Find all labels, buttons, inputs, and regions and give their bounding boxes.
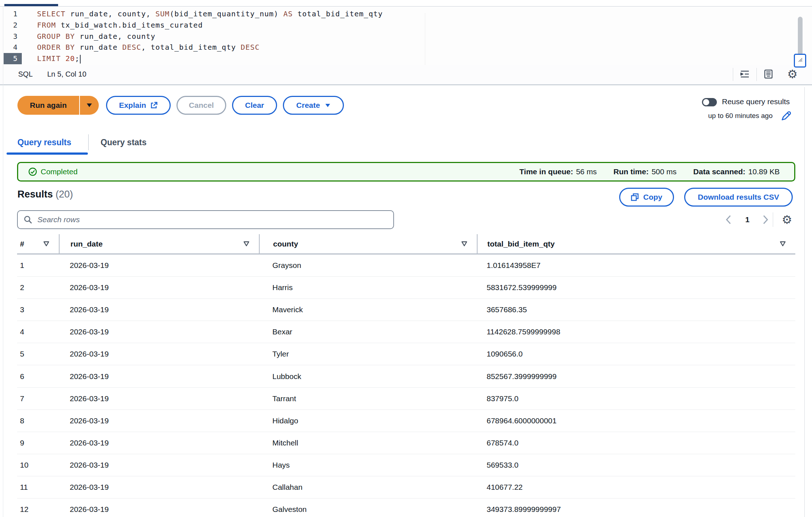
editor-scrollbar[interactable]: [798, 17, 803, 59]
cell-total-bid-item-qty: 410677.22: [477, 476, 795, 498]
panel-edge-right: [804, 87, 805, 517]
status-text: Completed: [41, 167, 78, 176]
table-preferences-gear-icon[interactable]: ⚙: [778, 212, 796, 228]
cell-run-date: 2026-03-19: [59, 255, 259, 276]
results-table-header: # run_date county total_bid_item_qty: [17, 234, 795, 255]
cancel-button: Cancel: [176, 96, 226, 115]
column-header-run-date[interactable]: run_date: [59, 234, 259, 253]
filter-icon[interactable]: [43, 241, 49, 247]
format-code-icon[interactable]: [735, 65, 754, 83]
column-header-total-bid-item-qty[interactable]: total_bid_item_qty: [477, 234, 795, 253]
code-line[interactable]: GROUP BY run_date, county: [37, 31, 727, 42]
next-page-button[interactable]: [758, 212, 774, 228]
code-line[interactable]: FROM tx_bid_watch.bid_items_curated: [37, 20, 727, 31]
cell-index: 4: [17, 321, 59, 343]
copy-button[interactable]: Copy: [619, 188, 674, 207]
cell-county: Hidalgo: [259, 410, 477, 432]
search-rows-box: [17, 210, 394, 229]
explain-button[interactable]: Explain: [106, 96, 171, 115]
table-row: 82026-03-19Hidalgo678964.6000000001: [17, 410, 795, 432]
sql-editor[interactable]: 12345 SELECT run_date, county, SUM(bid_i…: [0, 6, 812, 65]
table-row: 112026-03-19Callahan410677.22: [17, 476, 795, 498]
cell-total-bid-item-qty: 5831672.539999999: [477, 277, 795, 298]
cell-run-date: 2026-03-19: [59, 277, 259, 298]
cell-county: Callahan: [259, 476, 477, 498]
run-again-button[interactable]: Run again: [17, 96, 79, 115]
tab-divider: [88, 134, 89, 150]
editor-resize-handle[interactable]: [794, 54, 806, 68]
cell-index: 2: [17, 277, 59, 298]
cell-run-date: 2026-03-19: [59, 365, 259, 387]
reuse-query-results-label: Reuse query results: [722, 97, 790, 106]
search-rows-input[interactable]: [37, 215, 387, 224]
line-number: 1: [4, 8, 22, 20]
reuse-duration-text: up to 60 minutes ago: [708, 112, 772, 120]
cell-total-bid-item-qty: 837975.0: [477, 388, 795, 410]
caret-down-icon: [86, 103, 92, 107]
tab-query-results[interactable]: Query results: [17, 133, 77, 152]
statusbar-divider: [733, 68, 733, 81]
line-number: 4: [4, 42, 22, 53]
query-status-banner: Completed Time in queue:56 ms Run time:5…: [17, 162, 795, 182]
cell-total-bid-item-qty: 678964.6000000001: [477, 410, 795, 432]
cell-run-date: 2026-03-19: [59, 454, 259, 476]
table-row: 12026-03-19Grayson1.016143958E7: [17, 255, 795, 277]
run-options-dropdown[interactable]: [80, 96, 99, 115]
line-number: 3: [4, 31, 22, 42]
current-page-number[interactable]: 1: [739, 212, 755, 228]
download-results-csv-button[interactable]: Download results CSV: [684, 188, 793, 207]
results-title-text: Results: [17, 189, 53, 200]
previous-page-button[interactable]: [720, 212, 736, 228]
cell-county: Galveston: [259, 498, 477, 517]
code-line[interactable]: ORDER BY run_date DESC, total_bid_item_q…: [37, 42, 727, 53]
clear-button[interactable]: Clear: [232, 96, 277, 115]
cell-index: 6: [17, 365, 59, 387]
filter-icon[interactable]: [243, 241, 249, 247]
reuse-query-results-toggle[interactable]: [702, 98, 717, 106]
cell-total-bid-item-qty: 852567.3999999999: [477, 365, 795, 387]
results-table-body: 12026-03-19Grayson1.016143958E722026-03-…: [17, 255, 795, 517]
run-time-stat: Run time:500 ms: [613, 167, 677, 176]
table-row: 72026-03-19Tarrant837975.0: [17, 388, 795, 410]
column-header-index[interactable]: #: [17, 234, 59, 253]
panel-edge-left: [3, 6, 3, 517]
filter-icon[interactable]: [780, 241, 786, 247]
cell-county: Bexar: [259, 321, 477, 343]
create-label: Create: [296, 101, 320, 110]
results-count: (20): [56, 189, 73, 200]
create-dropdown-button[interactable]: Create: [283, 96, 344, 115]
code-line[interactable]: LIMIT 20;: [37, 53, 727, 64]
tab-query-stats[interactable]: Query stats: [101, 133, 147, 152]
data-scanned-stat: Data scanned:10.89 KB: [693, 167, 780, 176]
edit-reuse-duration-icon[interactable]: [781, 110, 792, 123]
cell-county: Lubbock: [259, 365, 477, 387]
cell-index: 12: [17, 498, 59, 517]
line-number: 2: [4, 20, 22, 31]
cell-index: 9: [17, 432, 59, 454]
statusbar-language: SQL: [18, 65, 33, 83]
cell-run-date: 2026-03-19: [59, 343, 259, 365]
table-row: 122026-03-19Galveston349373.89999999997: [17, 498, 795, 517]
cell-run-date: 2026-03-19: [59, 498, 259, 517]
cell-index: 5: [17, 343, 59, 365]
keyboard-shortcuts-icon[interactable]: [759, 65, 778, 83]
cell-county: Tyler: [259, 343, 477, 365]
cell-total-bid-item-qty: 569533.0: [477, 454, 795, 476]
column-header-county[interactable]: county: [259, 234, 477, 253]
time-in-queue-stat: Time in queue:56 ms: [519, 167, 597, 176]
chevron-right-icon: [763, 215, 768, 224]
cell-total-bid-item-qty: 1.016143958E7: [477, 255, 795, 276]
athena-query-editor: 12345 SELECT run_date, county, SUM(bid_i…: [0, 0, 812, 517]
cell-county: Mitchell: [259, 432, 477, 454]
download-label: Download results CSV: [698, 193, 779, 201]
code-line[interactable]: SELECT run_date, county, SUM(bid_item_qu…: [37, 8, 727, 20]
cell-total-bid-item-qty: 1090656.0: [477, 343, 795, 365]
cell-run-date: 2026-03-19: [59, 476, 259, 498]
editor-settings-gear-icon[interactable]: ⚙: [783, 65, 802, 83]
editor-code-area[interactable]: SELECT run_date, county, SUM(bid_item_qu…: [37, 8, 727, 64]
filter-icon[interactable]: [461, 241, 467, 247]
copy-label: Copy: [643, 193, 662, 201]
table-row: 92026-03-19Mitchell678574.0: [17, 432, 795, 454]
cell-index: 11: [17, 476, 59, 498]
editor-print-margin: [425, 13, 425, 71]
